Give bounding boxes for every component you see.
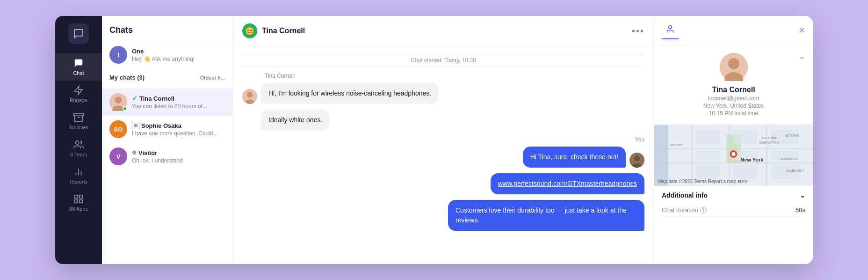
oldest-filter[interactable]: Oldest fi...	[200, 75, 225, 81]
chat-icon	[73, 58, 84, 68]
message-group-3: You Hi Tina, sure, check these out!	[242, 136, 644, 168]
app-container: Chat Engage Archives 8 Team	[55, 16, 813, 264]
agent-avatar	[629, 153, 644, 168]
additional-info-header[interactable]: Additional info ⌄	[662, 192, 805, 199]
close-button[interactable]: ✕	[798, 25, 805, 36]
svg-text:ASTORIA: ASTORIA	[785, 134, 799, 137]
inbox-info: One Hey 👋 Ask me anything!	[132, 48, 225, 62]
archives-icon	[73, 112, 84, 123]
logo-icon	[73, 28, 84, 39]
tina-status-dot	[123, 106, 127, 111]
additional-info-section: Additional info ⌄ Chat duration ℹ 58s	[654, 186, 813, 222]
svg-rect-1	[74, 114, 83, 116]
inbox-preview: Hey 👋 Ask me anything!	[132, 56, 225, 62]
sidebar: Chat Engage Archives 8 Team	[55, 16, 102, 264]
info-icon: ℹ	[700, 207, 707, 214]
chat-started-label: Chat started: Today, 10:38	[242, 54, 644, 67]
chat-item-visitor[interactable]: V ⊕ Visitor Oh, ok. I understand	[102, 143, 232, 170]
sophie-preview: I have one more question. Could...	[132, 130, 225, 137]
bubble-3: Hi Tina, sure, check these out!	[523, 147, 626, 168]
svg-point-12	[115, 96, 122, 103]
collapse-contact-button[interactable]: ⌄	[798, 51, 805, 61]
contact-name: Tina Cornell	[712, 86, 755, 94]
svg-text:ELMHURST: ELMHURST	[786, 169, 804, 172]
sophie-info: ⊕ Sophie Osaka I have one more question.…	[132, 122, 225, 137]
msg1-avatar	[242, 89, 257, 104]
svg-rect-37	[734, 165, 757, 179]
svg-rect-30	[654, 125, 668, 186]
svg-text:BUSHWICK: BUSHWICK	[780, 157, 798, 161]
bubble-4: www.perfectsound.com/GTXmasterheadphones	[491, 173, 644, 194]
map-svg: New York MIDTOWN MANHATTAN ASTORIA ELMHU…	[654, 125, 813, 186]
chats-header: Chats	[102, 16, 232, 41]
sidebar-item-team[interactable]: 8 Team	[55, 135, 102, 162]
visitor-info: ⊕ Visitor Oh, ok. I understand	[132, 149, 225, 164]
contact-section: Tina Cornell t.cornell@gmail.com New Yor…	[654, 45, 813, 125]
svg-text:MANHATTAN: MANHATTAN	[759, 141, 779, 144]
contact-info: Tina Cornell t.cornell@gmail.com New Yor…	[654, 45, 813, 125]
engage-icon	[73, 85, 84, 96]
svg-point-15	[247, 92, 253, 97]
svg-point-18	[634, 155, 640, 161]
svg-text:MIDTOWN: MIDTOWN	[761, 136, 777, 140]
team-icon	[73, 140, 84, 150]
main-chat: 😊 Tina Cornell ••• Chat started: Today, …	[233, 16, 654, 264]
more-options-button[interactable]: •••	[632, 26, 644, 37]
sophie-name: ⊕ Sophie Osaka	[132, 122, 225, 129]
bubble-1: Hi, I'm looking for wireless noise-cance…	[261, 83, 439, 104]
svg-rect-33	[734, 130, 757, 144]
you-label: You	[242, 136, 644, 143]
chat-header-name: Tina Cornell	[262, 27, 305, 35]
chat-item-sophie[interactable]: SO ⊕ Sophie Osaka I have one more questi…	[102, 116, 232, 143]
message-row-4: www.perfectsound.com/GTXmasterheadphones	[242, 173, 644, 194]
map-attribution: Map data ©2023 Terms Report a map error	[658, 179, 747, 184]
svg-rect-7	[75, 195, 78, 198]
sidebar-item-chat[interactable]: Chat	[55, 53, 102, 81]
tina-avatar	[109, 93, 127, 111]
chat-header: 😊 Tina Cornell •••	[233, 16, 654, 46]
chat-duration-value: 58s	[796, 206, 805, 214]
visitor-name: ⊕ Visitor	[132, 149, 225, 156]
info-row-chat-duration: Chat duration ℹ 58s	[662, 204, 805, 217]
my-chats-header: My chats (3) Oldest fi...	[109, 74, 225, 81]
sidebar-item-archives[interactable]: Archives	[55, 108, 102, 135]
additional-info-title: Additional info	[662, 192, 708, 199]
chat-header-left: 😊 Tina Cornell	[242, 23, 305, 38]
tab-contact-info[interactable]	[662, 22, 679, 39]
svg-rect-27	[692, 125, 693, 186]
svg-point-42	[732, 152, 736, 156]
chats-panel: Chats I One Hey 👋 Ask me anything! My ch…	[102, 16, 233, 264]
svg-rect-29	[766, 125, 767, 186]
bubble-5: Customers love their durability too — ju…	[448, 200, 644, 231]
sidebar-item-reports[interactable]: Reports	[55, 162, 102, 189]
sidebar-item-engage[interactable]: Engage	[55, 81, 102, 108]
svg-point-20	[669, 26, 672, 29]
svg-rect-26	[654, 162, 813, 163]
my-chats-section: My chats (3) Oldest fi...	[102, 68, 232, 88]
svg-rect-8	[80, 195, 82, 198]
contact-location: New York, United States	[703, 103, 764, 109]
tina-preview: You can listen to 20 hours of...	[132, 103, 225, 110]
svg-rect-34	[696, 151, 720, 160]
svg-text:Hoboken: Hoboken	[670, 143, 683, 147]
chat-item-tina[interactable]: ✓ Tina Cornell You can listen to 20 hour…	[102, 88, 232, 116]
sidebar-logo	[68, 23, 89, 44]
message-row-5: Customers love their durability too — ju…	[242, 200, 644, 231]
my-chats-label: My chats (3)	[109, 74, 145, 81]
inbox-item-one[interactable]: I One Hey 👋 Ask me anything!	[102, 41, 232, 68]
sophie-avatar: SO	[109, 120, 127, 138]
collapse-additional-icon: ⌄	[800, 192, 805, 199]
inbox-name: One	[132, 48, 225, 55]
tina-info: ✓ Tina Cornell You can listen to 20 hour…	[132, 95, 225, 110]
map-container: New York MIDTOWN MANHATTAN ASTORIA ELMHU…	[654, 125, 813, 186]
link-bubble[interactable]: www.perfectsound.com/GTXmasterheadphones	[498, 180, 637, 187]
inbox-avatar: I	[109, 46, 127, 64]
svg-text:New York: New York	[740, 157, 764, 162]
right-panel-header: ✕	[654, 16, 813, 45]
sidebar-item-apps[interactable]: 88 Apps	[55, 189, 102, 216]
msg1-sender: Tina Cornell	[265, 73, 644, 79]
message-row-2: Ideally white ones.	[242, 110, 644, 131]
svg-rect-36	[696, 165, 720, 179]
reports-icon	[73, 167, 84, 177]
svg-point-3	[76, 141, 79, 144]
